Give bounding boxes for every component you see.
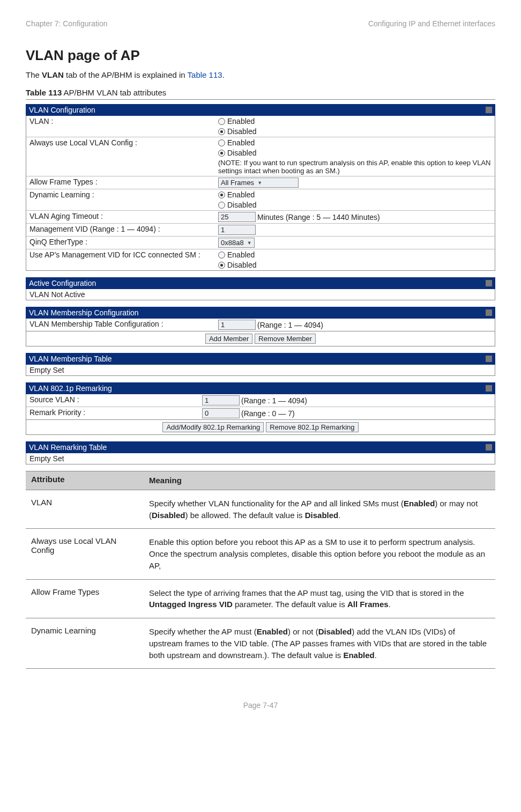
row-local-vlan: Always use Local VLAN Config : Enabled D… [26,137,495,176]
radio-dyn-enabled[interactable] [218,191,225,198]
select-qinq[interactable]: 0x88a8 ▼ [218,238,255,248]
row-qinq: QinQ EtherType : 0x88a8 ▼ [26,237,495,249]
radio-label: Disabled [227,149,256,157]
header-left: Chapter 7: Configuration [26,19,108,28]
radio-label: Enabled [227,138,255,147]
radio-label: Enabled [227,190,255,199]
collapse-icon[interactable] [486,107,492,113]
attribute-table-header: Attribute Meaning [26,471,495,490]
panel-header: Active Configuration [26,277,495,289]
collapse-icon[interactable] [486,309,492,316]
label-local-vlan: Always use Local VLAN Config : [26,137,215,176]
panel-membership-config: VLAN Membership Configuration VLAN Membe… [26,307,495,346]
panel-title: VLAN Configuration [29,106,95,114]
panel-title: VLAN 802.1p Remarking [29,384,112,393]
membership-buttons: Add Member Remove Member [26,331,495,346]
select-value: All Frames [221,179,254,187]
table-row: Allow Frame TypesSelect the type of arri… [26,580,495,619]
table-row: VLANSpecify whether VLAN functionality f… [26,490,495,529]
attribute-name: Always use Local VLAN Config [26,533,144,574]
panel-title: Active Configuration [29,279,96,287]
radio-label: Disabled [227,201,256,209]
remove-remarking-button[interactable]: Remove 802.1p Remarking [266,422,358,432]
add-remarking-button[interactable]: Add/Modify 802.1p Remarking [162,422,264,432]
aging-suffix: Minutes (Range : 5 — 1440 Minutes) [257,213,380,222]
label-vlan: VLAN : [26,116,215,137]
row-source-vlan: Source VLAN : 1 (Range : 1 — 4094) [26,394,495,407]
membership-range: (Range : 1 — 4094) [257,321,323,329]
panel-vlan-config: VLAN Configuration VLAN : Enabled Disabl… [26,104,495,271]
header-right: Configuring IP and Ethernet interfaces [368,19,495,28]
panel-header: VLAN Membership Configuration [26,307,495,319]
table-ref-link[interactable]: Table 113 [188,70,222,79]
radio-local-disabled[interactable] [218,150,225,157]
panel-membership-table: VLAN Membership Table Empty Set [26,353,495,376]
panel-header: VLAN 802.1p Remarking [26,382,495,394]
membership-table-body: Empty Set [26,365,495,376]
radio-icc-enabled[interactable] [218,252,225,259]
attribute-meaning: Enable this option before you reboot thi… [144,533,495,574]
add-member-button[interactable]: Add Member [205,334,252,344]
table-row: Dynamic LearningSpecify whether the AP m… [26,618,495,668]
label-aging: VLAN Aging Timeout : [26,211,215,223]
radio-vlan-disabled[interactable] [218,128,225,135]
attribute-meaning: Specify whether the AP must (Enabled) or… [144,623,495,664]
remark-priority-range: (Range : 0 — 7) [241,409,295,418]
panel-title: VLAN Membership Configuration [29,308,139,317]
panel-header: VLAN Membership Table [26,353,495,365]
panel-header: VLAN Remarking Table [26,441,495,453]
radio-icc-disabled[interactable] [218,262,225,269]
attribute-name: Allow Frame Types [26,584,144,614]
select-value: 0x88a8 [221,239,244,247]
radio-label: Disabled [227,261,256,269]
radio-dyn-disabled[interactable] [218,202,225,209]
label-remark-priority: Remark Priority : [26,407,199,419]
select-allow-frame[interactable]: All Frames ▼ [218,178,299,188]
collapse-icon[interactable] [486,444,492,451]
input-source-vlan[interactable]: 1 [202,395,240,405]
input-mgmt-vid[interactable]: 1 [218,225,256,235]
input-membership[interactable]: 1 [218,320,256,330]
active-config-body: VLAN Not Active [26,289,495,300]
table-caption: Table 113 AP/BHM VLAN tab attributes [26,88,495,97]
label-icc: Use AP's Management VID for ICC connecte… [26,249,215,270]
attribute-name: Dynamic Learning [26,623,144,664]
remarking-buttons: Add/Modify 802.1p Remarking Remove 802.1… [26,420,495,435]
page-header: Chapter 7: Configuration Configuring IP … [26,19,495,28]
table-row: Always use Local VLAN ConfigEnable this … [26,529,495,579]
local-vlan-note: (NOTE: If you want to run spectrum analy… [218,159,492,175]
label-source-vlan: Source VLAN : [26,394,199,407]
chevron-down-icon: ▼ [247,240,252,246]
row-icc: Use AP's Management VID for ICC connecte… [26,249,495,270]
header-meaning: Meaning [144,471,495,490]
attribute-meaning: Select the type of arriving frames that … [144,584,495,614]
input-aging[interactable]: 25 [218,212,256,222]
radio-label: Enabled [227,117,255,126]
table-top-rule [26,99,495,100]
input-remark-priority[interactable]: 0 [202,408,240,418]
collapse-icon[interactable] [486,385,492,392]
row-allow-frame: Allow Frame Types : All Frames ▼ [26,176,495,189]
chevron-down-icon: ▼ [257,180,262,186]
radio-vlan-enabled[interactable] [218,118,225,125]
source-vlan-range: (Range : 1 — 4094) [241,396,307,405]
page-title: VLAN page of AP [26,47,495,64]
label-qinq: QinQ EtherType : [26,237,215,249]
attribute-table: Attribute Meaning VLANSpecify whether VL… [26,471,495,669]
panel-header: VLAN Configuration [26,104,495,116]
caption-bold: Table 113 [26,88,62,97]
radio-local-enabled[interactable] [218,139,225,146]
panel-remarking-table: VLAN Remarking Table Empty Set [26,441,495,464]
panel-title: VLAN Remarking Table [29,443,107,452]
panel-remarking: VLAN 802.1p Remarking Source VLAN : 1 (R… [26,382,495,435]
intro-text-2: tab of the AP/BHM is explained in [64,70,188,79]
collapse-icon[interactable] [486,280,492,286]
label-mgmt-vid: Management VID (Range : 1 — 4094) : [26,224,215,236]
label-membership: VLAN Membership Table Configuration : [26,319,215,331]
remove-member-button[interactable]: Remove Member [255,334,316,344]
collapse-icon[interactable] [486,356,492,362]
intro-text: The [26,70,42,79]
remarking-table-body: Empty Set [26,453,495,464]
radio-label: Enabled [227,250,255,259]
intro-bold: VLAN [42,70,64,79]
